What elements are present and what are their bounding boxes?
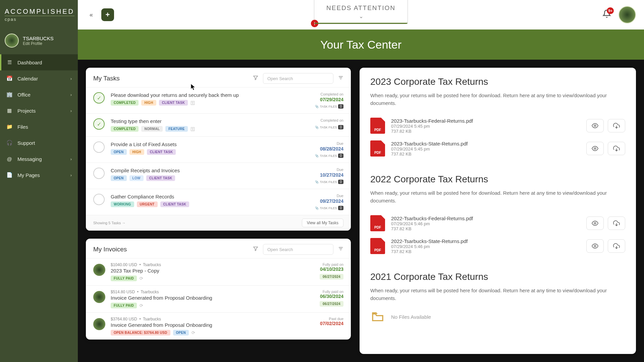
task-checkbox[interactable] [93, 194, 105, 205]
task-files[interactable]: 📎 TASK FILES 0 [315, 125, 343, 129]
task-checkbox[interactable] [93, 168, 105, 179]
task-files[interactable]: 📎 TASK FILES 0 [315, 206, 343, 210]
svg-point-4 [594, 223, 596, 224]
task-files[interactable]: 📎 TASK FILES 0 [315, 104, 343, 109]
sidebar-profile[interactable]: TSARBUCKS Edit Profile [0, 29, 78, 54]
add-button[interactable]: + [101, 8, 114, 21]
open-balance-badge: OPEN BALANCE: $3764.80 USD [111, 330, 170, 336]
avatar [93, 264, 105, 276]
task-title: Provide a List of Fixed Assets [111, 141, 309, 147]
type-badge: CLIENT TASK [147, 149, 176, 155]
notifications-button[interactable]: 9+ [602, 9, 611, 20]
tax-section: 2021 Corporate Tax Returns When ready, y… [370, 272, 625, 324]
priority-badge: NORMAL [141, 126, 163, 132]
download-button[interactable] [608, 142, 625, 155]
tax-section-heading: 2022 Corporate Tax Returns [370, 174, 625, 185]
priority-badge: HIGH [129, 149, 144, 155]
task-files[interactable]: 📎 TASK FILES 0 [315, 180, 343, 184]
tasks-count-info: Showing 5 Tasks → [93, 221, 125, 225]
task-checkbox[interactable]: ✓ [93, 118, 105, 130]
brand-logo[interactable]: ACCOMPLISHED cpas $ [0, 0, 78, 29]
status-badge: OPEN [111, 149, 127, 155]
chevron-right-icon: › [70, 108, 72, 113]
task-row[interactable]: ✓ Testing type then enter COMPLETED NORM… [86, 113, 351, 136]
preview-button[interactable] [586, 239, 604, 253]
nav-icon: 📅 [6, 75, 13, 81]
preview-button[interactable] [586, 217, 604, 230]
document-row: 2023-Tsarbucks-State-Returns.pdf 07/29/2… [370, 137, 625, 160]
document-name[interactable]: 2023-Tsarbucks-State-Returns.pdf [391, 141, 580, 146]
nav-label: Dashboard [17, 60, 42, 65]
task-checkbox[interactable]: ✓ [93, 92, 105, 104]
task-date-label: Completed on [321, 92, 344, 96]
invoice-row[interactable]: $3764.80 USD • Tsarbucks Invoice Generat… [86, 312, 351, 340]
document-name[interactable]: 2022-Tsarbucks-State-Returns.pdf [391, 238, 580, 244]
pdf-icon [370, 140, 385, 157]
sidebar-item-support[interactable]: 🎧 Support [0, 135, 78, 151]
tasks-search-input[interactable] [263, 73, 333, 84]
needs-attention-dropdown[interactable]: NEEDS ATTENTION ⌄ ! [314, 0, 408, 24]
task-row[interactable]: ✓ Please download your returns and secur… [86, 87, 351, 113]
my-tasks-card: My Tasks ✓ Please download your returns … [86, 68, 351, 231]
nav-label: Messaging [17, 156, 42, 162]
invoice-date-label: Fully paid on [320, 290, 343, 294]
download-button[interactable] [608, 217, 625, 230]
folder-open-icon [370, 309, 385, 324]
nav-label: Office [17, 92, 31, 98]
task-row[interactable]: Compile Receipts and Invoices OPEN LOW C… [86, 163, 351, 189]
preview-button[interactable] [586, 119, 604, 132]
document-row: 2023-Tsarbucks-Federal-Returns.pdf 07/29… [370, 114, 625, 137]
sidebar-item-files[interactable]: 📁 Files [0, 119, 78, 135]
invoice-meta: $1040.00 USD • Tsarbucks [111, 262, 314, 267]
sidebar-item-my-pages[interactable]: 📄 My Pages › [0, 167, 78, 183]
filter-icon[interactable] [253, 246, 258, 253]
invoice-date-label: Past due [320, 317, 343, 321]
task-row[interactable]: Gather Compliance Records WORKING URGENT… [86, 189, 351, 215]
document-time: 07/29/2024 5:45 pm [391, 124, 580, 129]
invoice-meta: $514.80 USD • Tsarbucks [111, 290, 314, 294]
document-name[interactable]: 2022-Tsarbucks-Federal-Returns.pdf [391, 216, 580, 221]
filter-icon[interactable] [253, 75, 258, 82]
sort-icon[interactable] [338, 75, 343, 82]
document-name[interactable]: 2023-Tsarbucks-Federal-Returns.pdf [391, 118, 580, 124]
sidebar-item-office[interactable]: 🏢 Office › [0, 86, 78, 103]
download-button[interactable] [608, 239, 625, 253]
priority-badge: LOW [129, 175, 144, 181]
invoices-search-input[interactable] [263, 244, 333, 255]
invoice-date: 06/30/2024 [320, 294, 343, 299]
svg-point-2 [594, 125, 596, 127]
sidebar-item-messaging[interactable]: @ Messaging › [0, 151, 78, 167]
pdf-icon [370, 238, 385, 254]
nav-icon: 📁 [6, 124, 13, 130]
download-button[interactable] [608, 119, 625, 132]
task-checkbox[interactable] [93, 141, 105, 153]
task-title: Please download your returns and securel… [111, 92, 309, 98]
nav-icon: ▦ [6, 108, 13, 114]
sidebar-item-calendar[interactable]: 📅 Calendar › [0, 70, 78, 86]
invoice-row[interactable]: $1040.00 USD • Tsarbucks 2023 Tax Prep -… [86, 258, 351, 285]
chevron-down-icon: ⌄ [359, 13, 363, 19]
sort-icon[interactable] [338, 246, 343, 253]
task-date: 09/27/2024 [320, 198, 343, 204]
sidebar-item-projects[interactable]: ▦ Projects › [0, 103, 78, 119]
status-badge: COMPLETED [111, 100, 139, 106]
invoice-row[interactable]: $514.80 USD • Tsarbucks Invoice Generate… [86, 285, 351, 312]
invoice-status-badge: OPEN [173, 330, 189, 336]
profile-name: TSARBUCKS [23, 36, 54, 41]
edit-profile-link[interactable]: Edit Profile [23, 41, 54, 46]
user-avatar-button[interactable] [619, 6, 636, 23]
main-content: My Tasks ✓ Please download your returns … [78, 60, 644, 362]
tax-returns-card: 2023 Corporate Tax Returns When ready, y… [360, 68, 636, 354]
collapse-sidebar-button[interactable]: « [86, 9, 97, 20]
avatar [93, 318, 105, 330]
invoice-extra-date: 06/27/2024 [320, 301, 343, 307]
chevron-right-icon: › [70, 157, 72, 162]
tax-section-desc: When ready, your returns will be posted … [370, 189, 625, 204]
task-row[interactable]: Provide a List of Fixed Assets OPEN HIGH… [86, 136, 351, 163]
task-files[interactable]: 📎 TASK FILES 0 [315, 154, 343, 158]
preview-button[interactable] [586, 142, 604, 155]
no-files-label: No Files Available [391, 314, 431, 320]
sidebar-item-dashboard[interactable]: ☰ Dashboard [0, 54, 78, 70]
recurring-icon: ⟳ [140, 303, 143, 308]
view-all-tasks-button[interactable]: View all My Tasks [302, 219, 343, 227]
